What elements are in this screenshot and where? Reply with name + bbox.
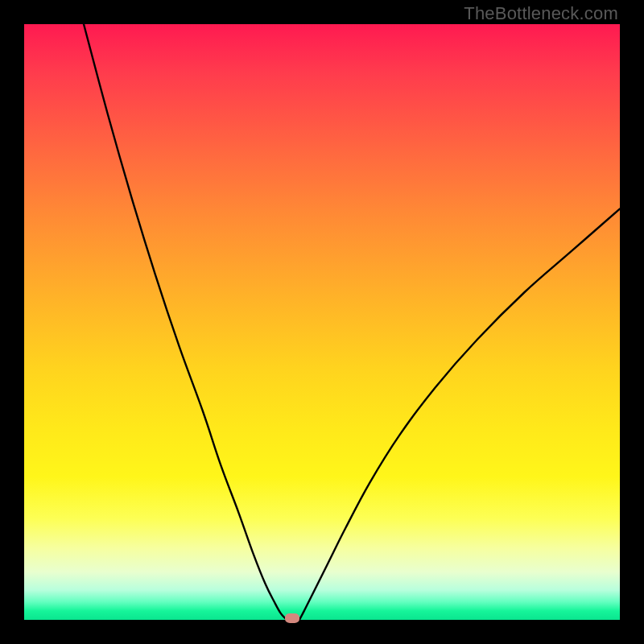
chart-frame: TheBottleneck.com bbox=[0, 0, 644, 644]
plot-area bbox=[24, 24, 620, 620]
left-branch-curve bbox=[84, 24, 288, 620]
right-branch-curve bbox=[299, 208, 620, 620]
minimum-marker bbox=[285, 613, 299, 623]
watermark-text: TheBottleneck.com bbox=[464, 3, 618, 24]
curve-layer bbox=[24, 24, 620, 620]
